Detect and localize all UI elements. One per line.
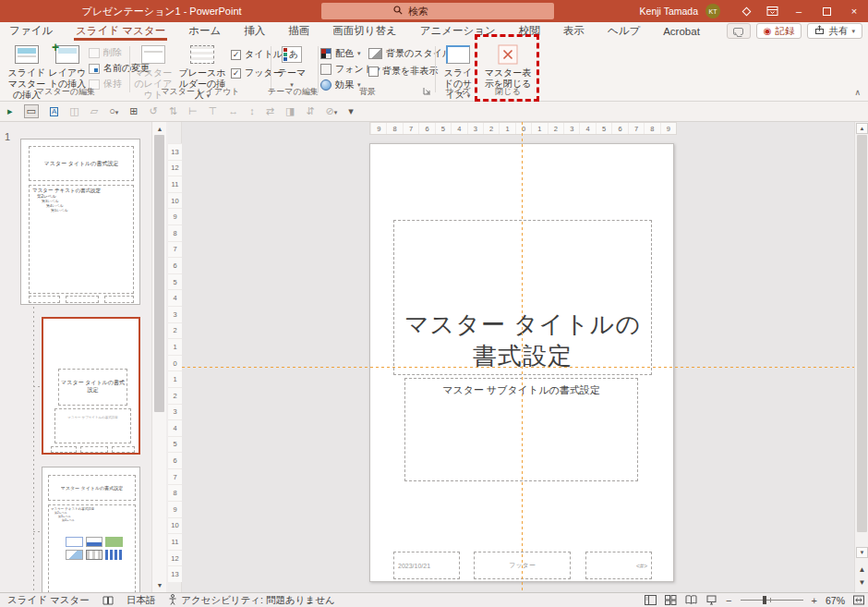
thumbnail-scrollbar-thumb[interactable]: [154, 135, 164, 412]
collapse-ribbon-icon[interactable]: ∧: [854, 88, 861, 97]
quick-access-toolbar: ▸ ▭ A ◫ ▱ ○▾ ⊞ ↺ ⇅ ⊢ ⊤ ↔ ↕ ⇄ ◨ ⇵ ⊘▾ ▾: [0, 102, 868, 122]
theme-button[interactable]: あ テーマ▾: [275, 43, 308, 90]
ruler-number: 7: [168, 468, 182, 485]
close-button[interactable]: ×: [840, 0, 868, 22]
ruler-number: 2: [168, 322, 182, 339]
qat-distribute-h-icon[interactable]: ↔: [228, 106, 238, 116]
qat-distribute-v-icon[interactable]: ↕: [249, 106, 255, 116]
language-status[interactable]: 日本語: [127, 594, 156, 607]
slide-size-icon: [446, 43, 470, 66]
tab-slide-master[interactable]: スライド マスター: [74, 22, 167, 41]
delete-icon: [89, 48, 100, 58]
title-placeholder[interactable]: マスター タイトルの書式設定: [393, 220, 652, 375]
tab-home[interactable]: ホーム: [187, 22, 223, 41]
qat-order-icon[interactable]: ⇅: [169, 106, 177, 116]
video-placeholder-icon: [86, 550, 103, 560]
ruler-number: 0: [168, 355, 182, 371]
qat-start-slideshow-icon[interactable]: ▸: [7, 106, 13, 116]
qat-none-icon[interactable]: ⊘▾: [326, 106, 338, 116]
tab-review[interactable]: 校閲: [517, 22, 542, 41]
insert-layout-button[interactable]: + レイアウトの挿入: [48, 43, 87, 90]
date-placeholder[interactable]: 2023/10/21: [393, 552, 460, 579]
horizontal-ruler: 9876543210123456789: [369, 122, 677, 135]
ruler-number: 5: [168, 436, 182, 453]
tab-file[interactable]: ファイル: [7, 22, 54, 41]
share-label: 共有: [828, 25, 848, 38]
tab-help[interactable]: ヘルプ: [606, 22, 642, 41]
ribbon-display-options-icon[interactable]: [759, 0, 785, 22]
share-button[interactable]: 共有 ▾: [807, 23, 862, 39]
horizontal-guide[interactable]: [182, 367, 865, 368]
minimize-button[interactable]: –: [785, 0, 813, 22]
tab-acrobat[interactable]: Acrobat: [661, 24, 702, 40]
fit-to-window-icon[interactable]: [853, 595, 864, 605]
qat-table-icon[interactable]: ⊞: [129, 106, 138, 116]
powerpoint-window: プレゼンテーション1 - PowerPoint 検索 Kenji Tamada …: [0, 0, 868, 607]
canvas-scrollbar-thumb[interactable]: [857, 135, 867, 532]
qat-merge-icon[interactable]: ◨: [285, 106, 295, 116]
zoom-in-button[interactable]: +: [812, 595, 817, 606]
qat-text-box-icon[interactable]: A: [50, 107, 58, 116]
dialog-launcher-icon[interactable]: [423, 86, 431, 97]
qat-align-left-icon[interactable]: ⊢: [188, 106, 198, 116]
reading-view-icon[interactable]: [685, 595, 697, 605]
normal-view-icon[interactable]: [645, 595, 657, 605]
zoom-out-button[interactable]: −: [726, 595, 731, 606]
features-diamond-icon[interactable]: [733, 0, 759, 22]
qat-layout-icon[interactable]: ▭: [24, 104, 39, 118]
slide-number-placeholder[interactable]: <#>: [585, 552, 652, 579]
proofing-book-icon[interactable]: [102, 596, 114, 605]
hide-background-checkbox[interactable]: 背景を非表示: [368, 65, 438, 78]
qat-rotate-icon[interactable]: ↺: [150, 106, 158, 116]
qat-duplicate-icon[interactable]: ◫: [69, 106, 78, 116]
thumbnail-slide-master[interactable]: マスター タイトルの書式設定 マスター テキストの書式設定 第2レベル 第3レベ…: [20, 139, 140, 305]
ruler-number: 1: [168, 370, 182, 387]
qat-crop-icon[interactable]: ⇄: [266, 106, 274, 116]
tab-transitions[interactable]: 画面切り替え: [331, 22, 399, 41]
zoom-slider-thumb[interactable]: [763, 596, 766, 604]
thumbnail-scroll-down-icon[interactable]: ▼: [152, 579, 167, 591]
avatar[interactable]: KT: [705, 4, 720, 18]
tab-draw[interactable]: 描画: [286, 22, 311, 41]
qat-overflow-icon[interactable]: ▾: [348, 106, 354, 116]
ruler-number: 10: [168, 517, 182, 534]
canvas-scrollbar[interactable]: ▲ ▼ ▲ ▼: [854, 122, 868, 592]
next-slide-button[interactable]: ▼: [855, 577, 868, 588]
zoom-percentage[interactable]: 67%: [826, 595, 845, 606]
thumbnail-scrollbar[interactable]: ▲ ▼: [151, 122, 166, 592]
search-icon: [393, 6, 403, 17]
tab-insert[interactable]: 挿入: [242, 22, 267, 41]
slideshow-view-icon[interactable]: [705, 595, 717, 605]
ruler-number: 4: [451, 123, 466, 134]
qat-shapes-icon[interactable]: ○▾: [109, 106, 118, 116]
user-name[interactable]: Kenji Tamada: [640, 6, 698, 17]
zoom-slider[interactable]: [741, 600, 803, 601]
accessibility-status[interactable]: アクセシビリティ: 問題ありません: [168, 594, 335, 607]
slide-sorter-view-icon[interactable]: [665, 595, 677, 605]
vertical-guide[interactable]: [522, 122, 523, 592]
view-status[interactable]: スライド マスター: [7, 594, 90, 607]
qat-swap-icon[interactable]: ⇵: [306, 106, 314, 116]
scroll-down-icon[interactable]: ▼: [856, 547, 868, 558]
thumbnail-title-slide-layout[interactable]: マスター タイトルの書式設定 マスター サブタイトルの書式設定: [42, 317, 140, 455]
window-title: プレゼンテーション1 - PowerPoint: [0, 0, 323, 22]
close-master-view-button[interactable]: マスター表示を閉じる: [484, 43, 532, 90]
ruler-number: 9: [660, 123, 676, 134]
maximize-button[interactable]: [813, 0, 840, 22]
delete-button[interactable]: 削除: [89, 46, 122, 59]
previous-slide-button[interactable]: ▲: [855, 564, 868, 575]
tab-view[interactable]: 表示: [561, 22, 586, 41]
group-label-close: 閉じる: [482, 86, 534, 98]
ruler-number: 1: [499, 123, 514, 134]
ruler-number: 5: [596, 123, 611, 134]
thumbnail-scroll-up-icon[interactable]: ▲: [152, 123, 167, 135]
record-button[interactable]: ◉ 記録: [756, 23, 802, 39]
thumbnail-title-content-layout[interactable]: マスター タイトルの書式設定 マスター テキストの書式設定 第2レベル 第3レベ…: [42, 467, 140, 592]
scroll-up-icon[interactable]: ▲: [856, 123, 868, 134]
search-box[interactable]: 検索: [321, 3, 554, 19]
tab-animations[interactable]: アニメーション: [418, 22, 498, 41]
qat-group-icon[interactable]: ▱: [90, 106, 98, 116]
colors-button[interactable]: 配色▾: [320, 47, 361, 60]
comments-button[interactable]: [727, 23, 751, 39]
qat-align-top-icon[interactable]: ⊤: [209, 106, 218, 116]
